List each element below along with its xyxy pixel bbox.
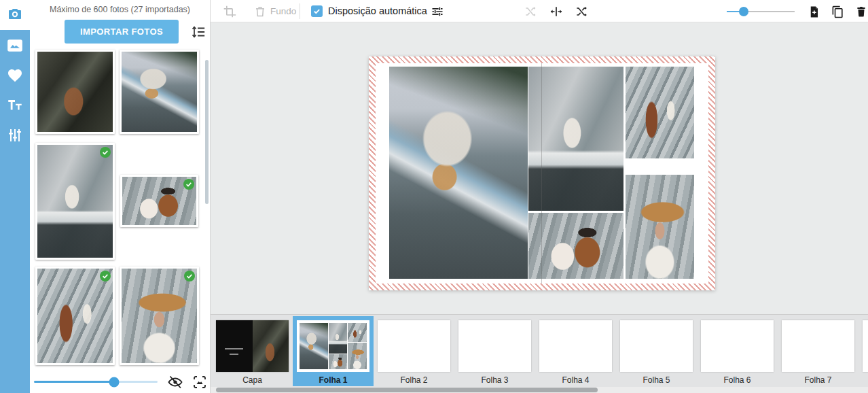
- photo-thumbnail: [122, 269, 197, 363]
- page-thumbnail: [863, 320, 868, 372]
- max-photos-text: Máximo de 600 fotos (27 importadas): [30, 5, 210, 14]
- rail-body: [0, 30, 30, 393]
- page-thumbnail: [297, 320, 369, 372]
- spread-fold-line: [541, 63, 542, 284]
- shuffle-icon[interactable]: [574, 4, 589, 19]
- rail-item-favorites[interactable]: [3, 65, 26, 88]
- page-label: Capa: [242, 375, 262, 385]
- page-label: Folha 2: [400, 375, 427, 385]
- rail-item-text[interactable]: [3, 95, 26, 118]
- sort-icon[interactable]: [191, 24, 206, 39]
- add-page-icon[interactable]: [806, 4, 821, 19]
- photo-used-check-icon: [184, 271, 195, 281]
- page-label: Folha 3: [481, 375, 508, 385]
- page-thumbnail: [216, 320, 289, 372]
- cover-title-area: [216, 320, 253, 372]
- delete-page-icon[interactable]: [854, 4, 868, 19]
- swap-horizontal-icon[interactable]: [549, 4, 564, 19]
- page-thumbnail: [458, 320, 531, 372]
- duplicate-page-icon[interactable]: [830, 4, 845, 19]
- spread-photo[interactable]: [626, 67, 694, 158]
- page-label: Folha 1: [319, 375, 347, 385]
- favorites-heart-icon: [7, 67, 23, 86]
- photo-thumbnail: [37, 52, 113, 132]
- filmstrip-page-5[interactable]: Folha 5: [616, 316, 697, 386]
- auto-layout-checkbox[interactable]: [311, 5, 323, 17]
- library-footer: [30, 371, 210, 393]
- filmstrip-page-partial[interactable]: [858, 316, 868, 386]
- photos-icon: [6, 37, 24, 57]
- canvas-zoom-slider[interactable]: [727, 11, 795, 12]
- slider-thumb[interactable]: [109, 377, 120, 387]
- background-label: Fundo: [270, 6, 296, 16]
- filmstrip-page-4[interactable]: Folha 4: [535, 316, 616, 386]
- hide-used-eye-off-icon[interactable]: [167, 374, 183, 390]
- photo-used-check-icon: [100, 271, 111, 281]
- filmstrip-page-6[interactable]: Folha 6: [697, 316, 778, 386]
- auto-layout-label: Disposição automática: [328, 5, 427, 16]
- library-photo[interactable]: [120, 175, 198, 227]
- swap-disabled-icon: [523, 4, 538, 19]
- camera-icon: [7, 5, 23, 24]
- book-spread: [369, 56, 715, 290]
- mini-collage: [299, 322, 367, 370]
- photo-used-check-icon: [100, 147, 111, 158]
- spread-photo[interactable]: [389, 67, 528, 279]
- filmstrip-page-1[interactable]: Folha 1: [293, 316, 374, 386]
- photo-used-check-icon: [183, 179, 194, 190]
- pages-filmstrip: Capa Folha 1 Folha 2 Folha 3: [211, 314, 868, 387]
- page-thumbnail: [782, 320, 854, 372]
- page-thumbnail: [539, 320, 612, 372]
- library-photo[interactable]: [120, 50, 199, 134]
- page-label: Folha 7: [804, 375, 831, 385]
- spread-photo[interactable]: [528, 213, 623, 279]
- library-photo[interactable]: [35, 50, 115, 134]
- filmstrip-page-3[interactable]: Folha 3: [454, 316, 535, 386]
- canvas[interactable]: [211, 22, 868, 314]
- page-thumbnail: [701, 320, 774, 372]
- photo-library-panel: Máximo de 600 fotos (27 importadas) IMPO…: [30, 0, 211, 393]
- page-label: Folha 4: [562, 375, 589, 385]
- filmstrip-page-2[interactable]: Folha 2: [374, 316, 454, 386]
- photo-thumbnail: [37, 145, 113, 258]
- tune-icon[interactable]: [430, 4, 445, 19]
- page-label: Folha 6: [723, 375, 751, 385]
- spread-photo[interactable]: [528, 67, 623, 211]
- trash-outline-icon: [253, 4, 268, 19]
- page-label: Folha 5: [643, 375, 670, 385]
- rail-item-photos[interactable]: [3, 35, 26, 58]
- fit-image-icon[interactable]: [192, 374, 208, 390]
- filmstrip-scrollbar-track[interactable]: [211, 387, 868, 393]
- photo-thumbnail: [37, 269, 113, 363]
- filmstrip-scrollbar-thumb[interactable]: [216, 388, 598, 392]
- spread-photo[interactable]: [626, 175, 694, 279]
- editor-toolbar: Fundo Disposição automática: [211, 0, 868, 22]
- slider-thumb[interactable]: [739, 7, 748, 16]
- filters-icon: [7, 127, 23, 146]
- import-photos-button[interactable]: IMPORTAR FOTOS: [65, 20, 179, 44]
- library-photo[interactable]: [35, 267, 115, 365]
- icon-rail: [0, 0, 30, 393]
- library-photo[interactable]: [120, 267, 199, 365]
- filmstrip-page-cover[interactable]: Capa: [212, 316, 293, 386]
- thumbnail-size-slider[interactable]: [34, 381, 158, 383]
- crop-icon: [222, 4, 237, 19]
- library-scrollbar[interactable]: [205, 60, 209, 204]
- text-tool-icon: [6, 97, 24, 117]
- editor-area: Fundo Disposição automática: [211, 0, 868, 393]
- toolbar-divider: [300, 3, 300, 19]
- page-thumbnail: [378, 320, 450, 372]
- filmstrip-page-7[interactable]: Folha 7: [778, 316, 858, 386]
- library-photo[interactable]: [35, 143, 115, 260]
- camera-tab[interactable]: [0, 0, 30, 30]
- rail-item-filters[interactable]: [3, 125, 26, 148]
- photo-thumbnail: [122, 52, 197, 132]
- page-thumbnail: [620, 320, 693, 372]
- cover-photo: [253, 320, 289, 372]
- photobook-editor-app: Máximo de 600 fotos (27 importadas) IMPO…: [0, 0, 868, 393]
